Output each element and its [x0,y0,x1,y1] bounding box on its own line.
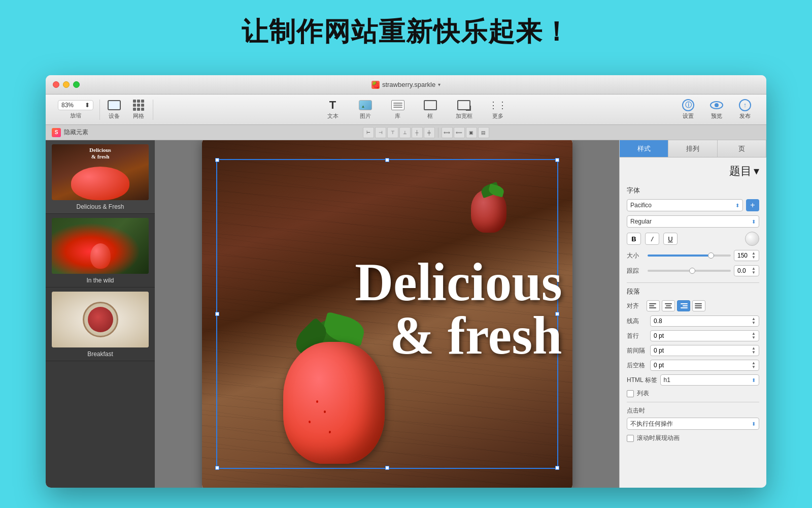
device-button[interactable]: 设备 [102,100,126,120]
list-checkbox[interactable] [627,390,634,397]
underline-button[interactable]: U [663,233,678,245]
font-size-value[interactable]: 150 ▲ ▼ [734,250,759,261]
ungroup-icon[interactable]: ▤ [478,127,489,138]
italic-button[interactable]: / [645,233,659,245]
add-font-button[interactable]: + [746,199,759,211]
grid-icon [131,100,146,111]
app-icon: 🍓 [371,81,380,89]
align-center-h-icon[interactable]: ⊣ [375,127,386,138]
zoom-selector[interactable]: 83% ⬍ [58,100,93,110]
minimize-button[interactable] [63,81,70,88]
align-center-v-icon[interactable]: ┼ [412,127,423,138]
as-down-icon[interactable]: ▼ [752,365,756,369]
sidebar-thumb-wild-bg [52,218,149,274]
align-bottom-icon[interactable]: ╪ [424,127,435,138]
canvas-text-block: Delicious & fresh [355,256,562,362]
before-space-stepper[interactable]: ▲ ▼ [752,346,756,355]
line-height-stepper[interactable]: ▲ ▼ [752,317,756,325]
library-button[interactable]: 库 [386,100,410,120]
font-name-select[interactable]: Pacifico ⬍ [627,199,743,211]
box-button[interactable]: 框 [418,100,443,120]
bold-button[interactable]: B [627,233,641,245]
after-space-stepper[interactable]: ▲ ▼ [752,361,756,369]
tracking-value[interactable]: 0.0 ▲ ▼ [734,265,759,276]
animation-checkbox[interactable] [627,435,634,442]
publish-icon: ↑ [738,100,752,111]
sidebar-thumb-2 [52,218,149,274]
maximize-button[interactable] [73,81,80,88]
settings-label: 设置 [683,112,694,120]
panel-style-heading: 题目 ▾ [627,164,759,179]
grid-button[interactable]: 网格 [126,100,151,120]
title-chevron-icon[interactable]: ▾ [438,82,441,87]
group-icon[interactable]: ▣ [466,127,477,138]
text-format-row: B / U [627,232,759,246]
html-tag-select[interactable]: h1 ⬍ [660,374,759,386]
tracking-down-icon[interactable]: ▼ [752,271,756,275]
photo-icon [358,100,373,111]
html-tag-row: HTML 标签 h1 ⬍ [627,374,759,386]
publish-label: 发布 [739,112,751,120]
more-icon: ⋮⋮ [491,100,505,111]
after-space-field[interactable]: 0 pt ▲ ▼ [650,360,759,371]
canvas-area[interactable]: Delicious & fresh [155,140,619,488]
text-button[interactable]: T 文本 [321,100,345,120]
tab-style[interactable]: 样式 [620,140,668,157]
sidebar-item-wild[interactable]: In the wild [46,214,155,288]
align-top-icon[interactable]: ⊥ [399,127,411,138]
sidebar-thumb-breakfast-bg [52,292,149,347]
first-line-row: 首行 0 pt ▲ ▼ [627,330,759,341]
settings-button[interactable]: ⓘ 设置 [675,98,701,122]
text-align-row: 对齐 [627,300,759,311]
photo-button[interactable]: 图片 [353,100,378,120]
after-space-label: 后空格 [627,361,647,370]
heading-chevron-icon[interactable]: ▾ [754,165,759,178]
fl-down-icon[interactable]: ▼ [752,336,756,340]
distribute-v-icon[interactable]: ⟸ [454,127,465,138]
sidebar-item-breakfast[interactable]: Breakfast [46,288,155,361]
toolbar-sep-1 [99,100,100,120]
tracking-stepper[interactable]: ▲ ▼ [752,267,756,275]
text-color-picker[interactable] [745,232,759,246]
align-right-icon[interactable]: ⊤ [387,127,398,138]
font-size-slider[interactable] [648,255,731,257]
paragraph-section-title: 段落 [627,287,759,296]
sidebar-item-delicious[interactable]: Delicious& fresh Delicious & Fresh [46,140,155,214]
line-height-field[interactable]: 0.8 ▲ ▼ [650,315,759,327]
font-name-value: Pacifico [630,202,652,209]
strawberry-small [471,189,506,233]
wide-box-icon [457,100,471,111]
wide-box-button[interactable]: 加宽框 [451,100,478,120]
first-line-field[interactable]: 0 pt ▲ ▼ [650,330,759,341]
font-style-select[interactable]: Regular ⬍ [627,215,759,228]
tracking-slider[interactable] [648,270,731,272]
align-right-button[interactable] [677,300,690,311]
preview-button[interactable]: 预览 [703,98,730,122]
tab-arrange[interactable]: 排列 [668,140,717,157]
align-center-button[interactable] [662,300,675,311]
close-button[interactable] [53,81,59,88]
main-toolbar: 83% ⬍ 放缩 设备 网格 [46,94,766,125]
content-row: Delicious& fresh Delicious & Fresh I [46,140,766,488]
size-stepper[interactable]: ▲ ▼ [752,251,756,260]
box2-label: 加宽框 [456,112,472,120]
distribute-h-icon[interactable]: ⟺ [442,127,453,138]
publish-button[interactable]: ↑ 发布 [732,98,758,122]
main-body: S 隐藏元素 ⊢ ⊣ ⊤ ⊥ ┼ ╪ ⟺ ⟸ ▣ ▤ [46,125,766,488]
bs-down-icon[interactable]: ▼ [752,351,756,355]
more-button[interactable]: ⋮⋮ 更多 [486,100,510,120]
align-justify-button[interactable] [692,300,705,311]
html-tag-value: h1 [664,376,670,384]
align-sep [438,128,438,138]
lh-down-icon[interactable]: ▼ [752,321,756,325]
before-space-field[interactable]: 0 pt ▲ ▼ [650,345,759,356]
align-left-button[interactable] [647,300,660,311]
click-action-select[interactable]: 不执行任何操作 ⬍ [627,418,759,430]
grid-label: 网格 [133,112,144,120]
font-select-arrows-icon: ⬍ [735,203,739,208]
size-down-icon[interactable]: ▼ [752,256,756,260]
font-size-row: 大小 150 ▲ ▼ [627,250,759,261]
tab-page[interactable]: 页 [718,140,766,157]
align-left-icon[interactable]: ⊢ [363,127,374,138]
first-line-stepper[interactable]: ▲ ▼ [752,332,756,340]
